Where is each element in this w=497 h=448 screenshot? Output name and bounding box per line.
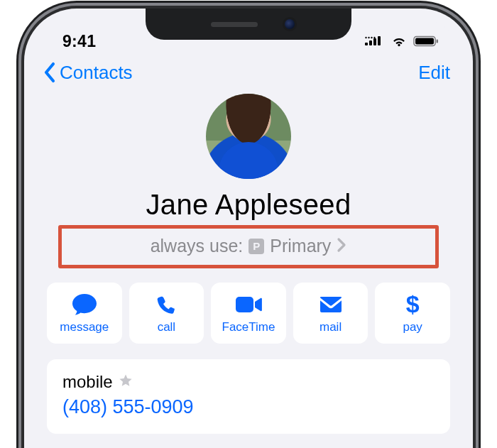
nav-bar: Contacts Edit	[34, 57, 463, 91]
battery-icon	[413, 35, 439, 47]
dollar-icon: $	[406, 293, 420, 317]
pay-button[interactable]: $ pay	[375, 283, 450, 344]
status-time: 9:41	[62, 32, 96, 51]
back-button[interactable]: Contacts	[41, 61, 133, 84]
facetime-button[interactable]: FaceTime	[211, 283, 286, 344]
front-camera	[285, 19, 295, 29]
phone-frame: 9:41	[21, 6, 476, 448]
action-row: message call FaceTime mail	[34, 268, 463, 344]
pay-label: pay	[403, 320, 422, 334]
call-button[interactable]: call	[129, 283, 204, 344]
svg-rect-3	[378, 36, 381, 45]
avatar[interactable]	[206, 94, 291, 179]
phone-number: (408) 555-0909	[62, 396, 435, 418]
contact-name: Jane Appleseed	[146, 189, 351, 221]
svg-point-4	[365, 37, 366, 38]
mail-button[interactable]: mail	[293, 283, 368, 344]
notch	[146, 9, 351, 40]
mail-icon	[319, 293, 343, 317]
phone-number-row[interactable]: mobile (408) 555-0909	[47, 359, 450, 434]
phone-icon	[155, 293, 177, 317]
always-use-label: always use:	[151, 236, 244, 256]
speaker-grille	[211, 22, 258, 27]
svg-rect-11	[236, 297, 253, 312]
star-icon	[119, 373, 133, 390]
facetime-label: FaceTime	[222, 320, 275, 334]
svg-rect-10	[437, 40, 439, 43]
message-button[interactable]: message	[47, 283, 122, 344]
svg-rect-9	[415, 38, 434, 45]
contact-header: Jane Appleseed	[34, 91, 463, 221]
edit-button[interactable]: Edit	[418, 62, 450, 84]
message-label: message	[60, 320, 109, 334]
svg-point-5	[368, 37, 369, 38]
video-icon	[234, 293, 263, 317]
status-icons	[365, 35, 439, 47]
chevron-left-icon	[41, 61, 58, 84]
back-label: Contacts	[60, 62, 133, 84]
svg-rect-0	[365, 43, 368, 45]
svg-rect-1	[369, 40, 372, 45]
svg-point-6	[371, 37, 372, 38]
mail-label: mail	[320, 320, 342, 334]
wifi-icon	[390, 35, 408, 47]
always-use-row[interactable]: always use: P Primary	[58, 225, 439, 268]
svg-rect-2	[373, 38, 376, 45]
call-label: call	[158, 320, 176, 334]
chevron-right-icon	[337, 237, 346, 256]
always-use-value: Primary	[270, 236, 331, 256]
primary-sim-badge-icon: P	[248, 239, 264, 254]
screen: 9:41	[34, 18, 463, 444]
svg-point-7	[373, 37, 375, 38]
phone-type-label: mobile	[62, 372, 113, 392]
message-icon	[71, 293, 98, 317]
signal-icon	[365, 35, 385, 47]
